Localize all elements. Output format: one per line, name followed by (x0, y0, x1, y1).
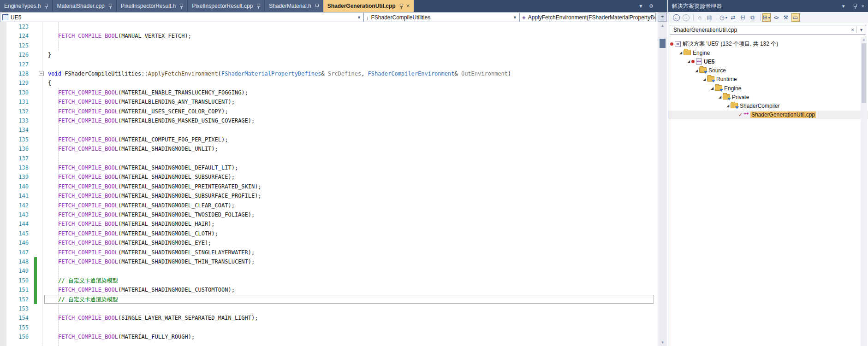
home-button[interactable]: ⌂ (696, 13, 704, 22)
pin-icon[interactable] (179, 4, 183, 9)
tab-pixelinspectorresult-cpp[interactable]: PixelInspectorResult.cpp (188, 0, 264, 12)
tree-item-ue5-132-132[interactable]: ∞解决方案 'UE5' (132 个项目, 共 132 个) (668, 40, 868, 48)
expanded-arrow-icon[interactable]: ◢ (678, 51, 684, 55)
tab-shadergenerationutil-cpp[interactable]: ShaderGenerationUtil.cpp× (323, 0, 414, 12)
code-line[interactable]: 154FETCH_COMPILE_BOOL(SINGLE_LAYER_WATER… (0, 313, 658, 323)
panel-vertical-scrollbar[interactable]: ▲ (861, 37, 867, 346)
project-dropdown[interactable]: UE5 ▼ (0, 12, 363, 22)
type-scope-dropdown[interactable]: ↓ FShaderCompileUtilities ▼ (363, 12, 519, 22)
tree-item-source[interactable]: ◢Source (668, 66, 868, 75)
expanded-arrow-icon[interactable]: ◢ (709, 86, 715, 90)
expanded-arrow-icon[interactable]: ◢ (694, 69, 699, 73)
tree-item-shadercompiler[interactable]: ◢ShaderCompiler (668, 101, 868, 110)
tree-item-runtime[interactable]: ◢Runtime (668, 75, 868, 84)
code-line[interactable]: 149 (0, 266, 658, 276)
code-line[interactable]: 130FETCH_COMPILE_BOOL(MATERIAL_ENABLE_TR… (0, 88, 658, 97)
expanded-arrow-icon[interactable]: ◢ (702, 77, 707, 82)
tab-enginetypes-h[interactable]: EngineTypes.h (0, 0, 52, 12)
code-line[interactable]: 138FETCH_COMPILE_BOOL(MATERIAL_SHADINGMO… (0, 163, 658, 172)
search-input[interactable] (672, 26, 849, 34)
code-line[interactable]: 133FETCH_COMPILE_BOOL(MATERIALBLENDING_M… (0, 116, 658, 125)
switch-views-button[interactable]: ▤ (705, 13, 713, 22)
code-line[interactable]: 126} (0, 50, 658, 59)
back-button[interactable]: ← (672, 13, 680, 22)
pending-changes-filter-button[interactable]: ◷▾ (719, 13, 728, 22)
tab-materialshader-cpp[interactable]: MaterialShader.cpp (53, 0, 116, 12)
collapse-all-button[interactable]: ⊟ (739, 13, 747, 22)
scrollbar-thumb[interactable] (862, 43, 866, 103)
code-line[interactable]: 134 (0, 125, 658, 135)
code-line[interactable]: 150// 自定义卡通渲染模型 (0, 276, 658, 285)
code-line[interactable]: 125 (0, 41, 658, 50)
forward-button[interactable]: → (682, 13, 690, 22)
code-line[interactable]: 128−void FShaderCompileUtilities::ApplyF… (0, 69, 658, 78)
code-line[interactable]: 147FETCH_COMPILE_BOOL(MATERIAL_SHADINGMO… (0, 248, 658, 257)
pin-icon[interactable] (108, 4, 112, 9)
document-options-gear-icon[interactable]: ⚙ (649, 3, 654, 9)
code-line[interactable]: 151FETCH_COMPILE_BOOL(MATERIAL_SHADINGMO… (0, 285, 658, 294)
pin-icon[interactable] (256, 4, 260, 9)
collapse-region-button[interactable]: − (39, 71, 44, 76)
scrollbar-thumb[interactable] (660, 39, 666, 48)
scroll-up-arrow-icon[interactable]: ▲ (861, 38, 867, 41)
code-editor[interactable]: 123124FETCH_COMPILE_BOOL(MANUAL_VERTEX_F… (0, 22, 658, 346)
editor-vertical-scrollbar[interactable]: ▲ ▼ (658, 22, 667, 346)
code-line[interactable]: 132FETCH_COMPILE_BOOL(MATERIAL_USES_SCEN… (0, 107, 658, 116)
clear-search-icon[interactable]: × (851, 27, 854, 33)
solution-search-box[interactable]: × ▼ (670, 25, 866, 35)
auto-hide-pin-icon[interactable] (853, 4, 857, 9)
code-line[interactable]: 127 (0, 60, 658, 69)
view-code-button[interactable]: <> (772, 13, 780, 22)
scroll-down-arrow-icon[interactable]: ▼ (658, 340, 667, 345)
tab-shadermaterial-h[interactable]: ShaderMaterial.h (265, 0, 322, 12)
properties-wrench-button[interactable]: ⚒ (782, 13, 790, 22)
code-line[interactable]: 152// 自定义卡通渲染模型 (0, 295, 658, 304)
code-line[interactable]: 144FETCH_COMPILE_BOOL(MATERIAL_SHADINGMO… (0, 219, 658, 229)
sync-with-active-document-button[interactable]: ⇄ (729, 13, 737, 22)
tab-list-chevron-icon[interactable]: ▼ (638, 3, 643, 9)
preview-selected-items-button[interactable]: ▭ (791, 13, 800, 22)
expanded-arrow-icon[interactable]: ◢ (686, 59, 691, 64)
code-line[interactable]: 146FETCH_COMPILE_BOOL(MATERIAL_SHADINGMO… (0, 238, 658, 247)
pin-icon[interactable] (315, 4, 319, 9)
tree-item-ue5[interactable]: ◢++UE5 (668, 57, 868, 66)
close-icon[interactable]: × (406, 3, 410, 9)
code-line[interactable]: 142FETCH_COMPILE_BOOL(MATERIAL_SHADINGMO… (0, 201, 658, 210)
tree-item-private[interactable]: ◢Private (668, 93, 868, 101)
tab-pixelinspectorresult-h[interactable]: PixelInspectorResult.h (117, 0, 187, 12)
show-all-files-button[interactable]: ⊞▾ (762, 13, 771, 22)
window-position-chevron-icon[interactable]: ▾ (842, 3, 845, 9)
pin-icon[interactable] (44, 4, 48, 9)
close-icon[interactable]: × (862, 3, 864, 9)
expanded-arrow-icon[interactable]: ◢ (725, 104, 731, 108)
code-line[interactable]: 129{ (0, 78, 658, 88)
properties-pages-button[interactable]: ⧉ (749, 13, 757, 22)
expanded-arrow-icon[interactable]: ◢ (717, 95, 723, 99)
code-line[interactable]: 136FETCH_COMPILE_BOOL(MATERIAL_SHADINGMO… (0, 144, 658, 153)
scroll-up-arrow-icon[interactable]: ▲ (658, 23, 667, 28)
editor-split-handle[interactable]: ÷ (658, 12, 667, 22)
code-line[interactable]: 135FETCH_COMPILE_BOOL(MATERIAL_COMPUTE_F… (0, 135, 658, 144)
search-options-chevron-icon[interactable]: ▼ (859, 28, 863, 32)
code-line[interactable]: 156FETCH_COMPILE_BOOL(MATERIAL_FULLY_ROU… (0, 332, 658, 341)
tree-item-engine[interactable]: ◢Engine (668, 48, 868, 57)
code-line[interactable]: 143FETCH_COMPILE_BOOL(MATERIAL_SHADINGMO… (0, 210, 658, 219)
line-number: 135 (0, 135, 29, 144)
tree-item-shadergenerationutil-cpp[interactable]: ✓⁺⁺ShaderGenerationUtil.cpp (668, 111, 868, 119)
member-dropdown[interactable]: ◈ ApplyFetchEnvironment(FShaderMaterialP… (519, 12, 656, 22)
code-line[interactable]: 141FETCH_COMPILE_BOOL(MATERIAL_SHADINGMO… (0, 191, 658, 200)
pin-icon[interactable] (399, 4, 403, 9)
code-line[interactable]: 131FETCH_COMPILE_BOOL(MATERIALBLENDING_A… (0, 97, 658, 106)
code-line[interactable]: 145FETCH_COMPILE_BOOL(MATERIAL_SHADINGMO… (0, 229, 658, 238)
code-line[interactable]: 137 (0, 154, 658, 163)
code-line[interactable]: 140FETCH_COMPILE_BOOL(MATERIAL_SHADINGMO… (0, 182, 658, 191)
code-line[interactable]: 155 (0, 323, 658, 332)
code-line[interactable]: 148FETCH_COMPILE_BOOL(MATERIAL_SHADINGMO… (0, 257, 658, 266)
code-line[interactable]: 123 (0, 22, 658, 31)
code-token: ) (508, 70, 511, 77)
code-line[interactable]: 139FETCH_COMPILE_BOOL(MATERIAL_SHADINGMO… (0, 172, 658, 182)
code-line[interactable]: 153 (0, 304, 658, 313)
panel-title-bar[interactable]: 解决方案资源管理器 (668, 0, 868, 12)
code-line[interactable]: 124FETCH_COMPILE_BOOL(MANUAL_VERTEX_FETC… (0, 31, 658, 41)
tree-item-engine[interactable]: ◢Engine (668, 84, 868, 93)
